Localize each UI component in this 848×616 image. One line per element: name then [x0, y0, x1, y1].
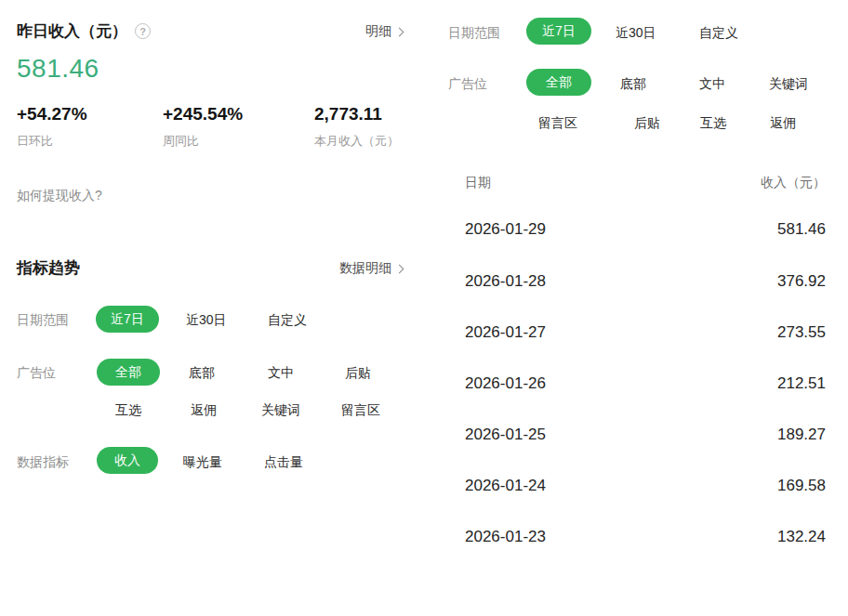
detail-slot-mutual[interactable]: 互选 — [700, 115, 726, 132]
trend-slot-mutual[interactable]: 互选 — [115, 402, 141, 419]
row-income: 376.92 — [777, 272, 826, 291]
chevron-right-icon — [395, 27, 404, 36]
row-date: 2026-01-28 — [465, 272, 546, 291]
detail-ad-slot-label: 广告位 — [448, 76, 487, 93]
trend-ad-slot-label: 广告位 — [17, 365, 56, 382]
yesterday-income-panel: 昨日收入（元） ? 明细 581.46 +54.27% 日环比 +245.54%… — [0, 0, 428, 616]
trend-metric-label: 数据指标 — [17, 454, 69, 471]
detail-slot-bottom[interactable]: 底部 — [620, 76, 646, 93]
trend-slot-all[interactable]: 全部 — [97, 359, 160, 386]
table-row[interactable]: 2026-01-28 376.92 — [448, 266, 826, 297]
yesterday-income-title: 昨日收入（元） — [17, 20, 127, 42]
detail-slot-all[interactable]: 全部 — [526, 69, 591, 96]
chevron-right-icon — [395, 264, 404, 273]
stat-value: 2,773.11 — [314, 104, 399, 125]
row-income: 169.58 — [777, 477, 826, 495]
trend-slot-post-roll[interactable]: 后贴 — [345, 365, 371, 382]
trend-filter-custom[interactable]: 自定义 — [268, 312, 307, 329]
table-row[interactable]: 2026-01-29 581.46 — [448, 214, 826, 245]
ad-revenue-dashboard: 昨日收入（元） ? 明细 581.46 +54.27% 日环比 +245.54%… — [0, 0, 848, 616]
detail-slot-in-article[interactable]: 文中 — [699, 76, 725, 93]
trend-filter-last7days[interactable]: 近7日 — [96, 306, 159, 333]
detail-slot-keyword[interactable]: 关键词 — [769, 76, 808, 93]
yesterday-income-value: 581.46 — [17, 54, 99, 84]
trend-metric-impressions[interactable]: 曝光量 — [183, 454, 222, 471]
row-date: 2026-01-29 — [465, 220, 546, 239]
table-row[interactable]: 2026-01-24 169.58 — [448, 470, 826, 502]
stat-label: 周同比 — [163, 133, 243, 150]
stat-week-over-week: +245.54% 周同比 — [163, 104, 243, 150]
trend-date-range-label: 日期范围 — [17, 312, 69, 329]
income-detail-link[interactable]: 明细 — [365, 23, 403, 40]
row-income: 212.51 — [777, 374, 826, 393]
row-date: 2026-01-24 — [465, 477, 546, 495]
detail-filter-last30days[interactable]: 近30日 — [616, 25, 656, 42]
trend-metric-clicks[interactable]: 点击量 — [264, 454, 303, 471]
trend-slot-rebate[interactable]: 返佣 — [191, 402, 217, 419]
row-income: 581.46 — [777, 220, 826, 239]
stat-value: +54.27% — [17, 104, 87, 125]
detail-slot-post-roll[interactable]: 后贴 — [634, 115, 660, 132]
table-row[interactable]: 2026-01-25 189.27 — [448, 419, 826, 451]
stat-label: 日环比 — [17, 133, 87, 150]
row-date: 2026-01-23 — [465, 528, 546, 546]
table-row[interactable]: 2026-01-26 212.51 — [448, 368, 826, 400]
trend-chart[interactable]: 600 500 400 300 01/23 — [0, 488, 428, 616]
row-income: 273.55 — [777, 323, 826, 342]
detail-date-range-label: 日期范围 — [448, 25, 500, 42]
row-date: 2026-01-27 — [465, 323, 546, 342]
trend-slot-keyword[interactable]: 关键词 — [261, 402, 300, 419]
row-income: 189.27 — [777, 426, 826, 444]
row-income: 132.24 — [777, 528, 826, 546]
income-detail-label: 明细 — [365, 23, 391, 40]
detail-slot-comment-area[interactable]: 留言区 — [538, 115, 577, 132]
trend-filter-last30days[interactable]: 近30日 — [186, 312, 227, 329]
table-header-date: 日期 — [465, 175, 491, 191]
trend-slot-in-article[interactable]: 文中 — [268, 365, 294, 382]
table-row[interactable]: 2026-01-27 273.55 — [448, 317, 826, 348]
income-detail-panel: 日期范围 近7日 近30日 自定义 广告位 全部 底部 文中 关键词 留言区 后… — [428, 0, 848, 616]
help-icon[interactable]: ? — [135, 23, 151, 39]
stat-month-income: 2,773.11 本月收入（元） — [314, 104, 399, 150]
table-row[interactable]: 2026-01-23 132.24 — [448, 521, 826, 553]
row-date: 2026-01-25 — [465, 426, 546, 444]
stat-label: 本月收入（元） — [314, 133, 399, 150]
trend-data-detail-label: 数据明细 — [339, 260, 391, 277]
detail-slot-rebate[interactable]: 返佣 — [770, 115, 796, 132]
help-icon-glyph: ? — [139, 26, 146, 37]
table-header-income: 收入（元） — [761, 175, 826, 191]
detail-filter-last7days[interactable]: 近7日 — [526, 18, 591, 45]
stat-value: +245.54% — [163, 104, 243, 125]
trend-section-title: 指标趋势 — [17, 257, 80, 279]
trend-slot-bottom[interactable]: 底部 — [189, 365, 215, 382]
trend-metric-income[interactable]: 收入 — [97, 447, 158, 474]
stat-day-over-day: +54.27% 日环比 — [17, 104, 87, 150]
detail-filter-custom[interactable]: 自定义 — [699, 25, 738, 42]
trend-data-detail-link[interactable]: 数据明细 — [339, 260, 403, 277]
trend-slot-comment-area[interactable]: 留言区 — [341, 402, 380, 419]
withdraw-help-link[interactable]: 如何提现收入? — [17, 188, 102, 204]
row-date: 2026-01-26 — [465, 374, 546, 393]
